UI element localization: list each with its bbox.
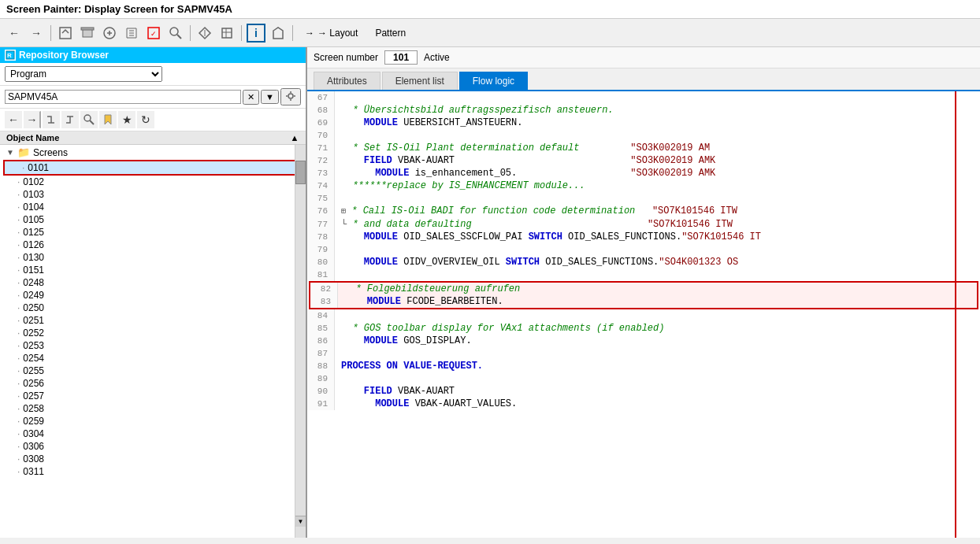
code-editor[interactable]: 67 68 * Übersichtsbild auftragsspezifisc…: [307, 91, 980, 538]
tool-btn-1[interactable]: [56, 24, 75, 43]
tree-item-0254[interactable]: · 0254: [0, 352, 306, 365]
tree-item-0258[interactable]: · 0258: [0, 402, 306, 415]
line-num-91: 91: [307, 398, 335, 410]
tool-btn-10[interactable]: [269, 24, 288, 43]
bookmark-btn[interactable]: [99, 111, 117, 128]
back-btn[interactable]: ←: [5, 24, 24, 43]
line-content-91: MODULE VBAK-AUART_VALUES.: [335, 398, 517, 410]
tree-item-0250[interactable]: · 0250: [0, 302, 306, 314]
tree-item-0257[interactable]: · 0257: [0, 390, 306, 402]
label-0103: 0103: [23, 189, 44, 200]
line-num-71: 71: [307, 142, 335, 154]
line-num-86: 86: [307, 335, 335, 347]
tree-scrollbar[interactable]: ▼: [295, 145, 306, 538]
tree-item-0306[interactable]: · 0306: [0, 440, 306, 453]
tree-item-0252[interactable]: · 0252: [0, 327, 306, 339]
layout-btn[interactable]: → → Layout: [298, 25, 365, 41]
label-0259: 0259: [23, 416, 44, 427]
nav-back-btn[interactable]: ←: [5, 111, 22, 128]
line-num-73: 73: [307, 167, 335, 179]
tree-item-0126[interactable]: · 0126: [0, 239, 306, 251]
tree-item-0125[interactable]: · 0125: [0, 226, 306, 239]
program-type-select[interactable]: Program Function Group Class: [5, 66, 162, 82]
code-line-69: 69 MODULE UEBERSICHT_ANSTEUERN.: [307, 117, 980, 129]
forward-btn[interactable]: →: [27, 24, 46, 43]
clear-program-btn[interactable]: ✕: [243, 90, 259, 105]
line-num-77: 77: [307, 218, 335, 231]
tree-item-0103[interactable]: · 0103: [0, 188, 306, 201]
tab-element-list[interactable]: Element list: [382, 72, 458, 90]
main-layout: R Repository Browser Program Function Gr…: [0, 47, 980, 538]
code-line-81: 81: [307, 268, 980, 281]
label-0130: 0130: [23, 252, 44, 263]
line-num-70: 70: [307, 129, 335, 142]
tree-item-0102[interactable]: · 0102: [0, 176, 306, 188]
tree-item-0255[interactable]: · 0255: [0, 365, 306, 377]
tree-item-0304[interactable]: · 0304: [0, 427, 306, 440]
tree-item-0130[interactable]: · 0130: [0, 251, 306, 264]
info-btn[interactable]: i: [247, 24, 265, 43]
tree-item-0259[interactable]: · 0259: [0, 415, 306, 427]
line-num-90: 90: [307, 385, 335, 398]
tab-flow-logic[interactable]: Flow logic: [459, 72, 528, 90]
line-num-83: 83: [310, 295, 338, 308]
refresh-btn[interactable]: ↻: [137, 111, 154, 128]
nav-fwd-btn[interactable]: →: [24, 111, 41, 128]
tree-item-0101[interactable]: · 0101: [3, 160, 303, 176]
expand-btn[interactable]: [61, 111, 79, 128]
pattern-btn[interactable]: Pattern: [368, 25, 413, 41]
tree-item-screens[interactable]: ▼ 📁 Screens: [0, 145, 306, 160]
layout-label: → Layout: [317, 28, 358, 39]
code-line-78: 78 MODULE OID_SALES_SSCFLOW_PAI SWITCH O…: [307, 231, 980, 243]
tree-scroll-thumb[interactable]: [295, 161, 306, 184]
svg-text:✓: ✓: [150, 30, 157, 38]
tree-item-0251[interactable]: · 0251: [0, 314, 306, 327]
tool-btn-5[interactable]: ✓: [144, 24, 163, 43]
label-0308: 0308: [23, 453, 44, 464]
line-num-75: 75: [307, 192, 335, 205]
highlighted-block: 82 * Folgebildsteuerung aufrufen 83 MODU…: [309, 281, 978, 309]
tree-item-0308[interactable]: · 0308: [0, 453, 306, 465]
collapse-btn[interactable]: [43, 111, 60, 128]
title-bar: Screen Painter: Display Screen for SAPMV…: [0, 0, 980, 19]
search-btn[interactable]: [80, 111, 98, 128]
tool-btn-6[interactable]: [166, 24, 185, 43]
code-line-86: 86 MODULE GOS_DISPLAY.: [307, 335, 980, 347]
tool-btn-8[interactable]: [217, 24, 236, 43]
svg-point-8: [170, 28, 178, 35]
label-0126: 0126: [23, 239, 44, 250]
tool-btn-7[interactable]: [195, 24, 214, 43]
line-num-78: 78: [307, 231, 335, 243]
tree-item-0253[interactable]: · 0253: [0, 339, 306, 352]
tool-btn-4[interactable]: [122, 24, 141, 43]
tool-btn-2[interactable]: [78, 24, 97, 43]
star-btn[interactable]: ★: [118, 111, 135, 128]
tool-btn-3[interactable]: [100, 24, 119, 43]
line-content-87: [335, 347, 341, 360]
program-input[interactable]: [5, 90, 241, 104]
left-panel: R Repository Browser Program Function Gr…: [0, 47, 307, 538]
repo-icon: R: [5, 50, 16, 61]
history-btn[interactable]: ▼: [261, 90, 279, 104]
tree-item-0248[interactable]: · 0248: [0, 276, 306, 289]
sep1: [50, 25, 51, 41]
line-content-90: FIELD VBAK-AUART: [335, 385, 455, 398]
code-line-79: 79: [307, 243, 980, 256]
tree-item-0151[interactable]: · 0151: [0, 264, 306, 276]
label-0151: 0151: [23, 265, 44, 276]
line-num-80: 80: [307, 256, 335, 268]
tab-attributes[interactable]: Attributes: [314, 72, 380, 90]
tree-item-0311[interactable]: · 0311: [0, 465, 306, 478]
tree-item-0105[interactable]: · 0105: [0, 213, 306, 226]
tree-item-0104[interactable]: · 0104: [0, 201, 306, 213]
tree-item-0256[interactable]: · 0256: [0, 377, 306, 390]
program-input-row: ✕ ▼: [0, 86, 306, 109]
label-0105: 0105: [23, 214, 44, 225]
scroll-up-btn[interactable]: ▲: [290, 133, 299, 142]
tree-scroll-down[interactable]: ▼: [295, 516, 306, 527]
line-content-73: MODULE is_enhancement_05. "SO3K002019 AM…: [335, 167, 715, 179]
tree-item-0249[interactable]: · 0249: [0, 289, 306, 302]
label-0104: 0104: [23, 202, 44, 213]
code-line-74: 74 ******replace by IS_ENHANCEMENT modul…: [307, 179, 980, 192]
settings-btn[interactable]: [280, 88, 301, 105]
